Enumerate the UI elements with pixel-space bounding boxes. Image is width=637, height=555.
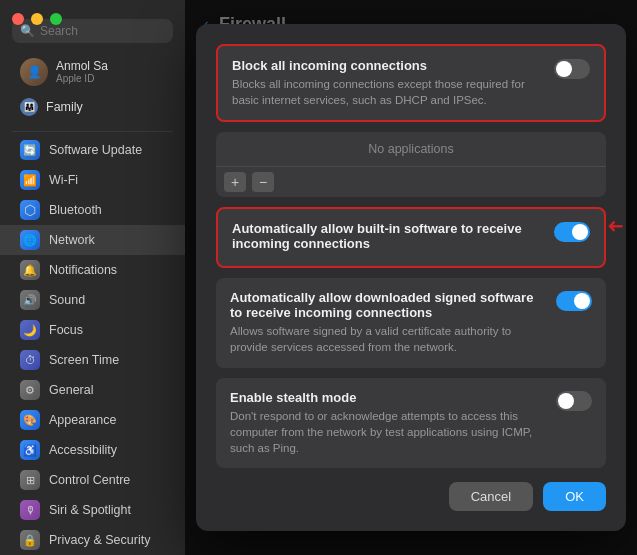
network-icon: 🌐 [20,230,40,250]
no-applications-label: No applications [216,132,606,167]
sidebar-label-software-update: Software Update [49,143,142,157]
sidebar-item-wifi[interactable]: 📶 Wi-Fi [0,165,185,195]
sidebar-item-privacy[interactable]: 🔒 Privacy & Security [0,525,185,555]
sidebar-label-sound: Sound [49,293,85,307]
add-app-button[interactable]: + [224,172,246,192]
sidebar-item-appearance[interactable]: 🎨 Appearance [0,405,185,435]
builtin-title: Automatically allow built-in software to… [232,221,544,251]
sidebar-label-privacy: Privacy & Security [49,533,150,547]
sidebar-item-accessibility[interactable]: ♿ Accessibility [0,435,185,465]
modal-overlay: Block all incoming connections Blocks al… [185,0,637,555]
sidebar-item-control-centre[interactable]: ⊞ Control Centre [0,465,185,495]
apps-toolbar: + − [216,167,606,197]
notifications-icon: 🔔 [20,260,40,280]
sidebar-item-general[interactable]: ⚙ General [0,375,185,405]
ok-button[interactable]: OK [543,482,606,511]
sidebar-label-notifications: Notifications [49,263,117,277]
arrow-annotation-2: ➜ [607,215,624,239]
sidebar-label-network: Network [49,233,95,247]
sidebar-label-appearance: Appearance [49,413,116,427]
sidebar-item-sound[interactable]: 🔊 Sound [0,285,185,315]
modal-footer: Cancel OK [216,482,606,511]
user-name: Anmol Sa [56,59,108,73]
signed-software-option: Automatically allow downloaded signed so… [216,278,606,367]
family-label: Family [46,100,83,114]
sound-icon: 🔊 [20,290,40,310]
sidebar-label-screen-time: Screen Time [49,353,119,367]
sidebar-label-wifi: Wi-Fi [49,173,78,187]
builtin-toggle[interactable] [554,222,590,242]
sidebar-item-screen-time[interactable]: ⏱ Screen Time [0,345,185,375]
bluetooth-icon: ⬡ [20,200,40,220]
general-icon: ⚙ [20,380,40,400]
sidebar-item-focus[interactable]: 🌙 Focus [0,315,185,345]
wifi-icon: 📶 [20,170,40,190]
family-icon: 👨‍👩‍👧 [20,98,38,116]
user-apple-id: Apple ID [56,73,108,84]
maximize-button[interactable] [50,13,62,25]
block-incoming-toggle[interactable] [554,59,590,79]
signed-toggle[interactable] [556,291,592,311]
stealth-desc: Don't respond to or acknowledge attempts… [230,408,546,456]
block-incoming-title: Block all incoming connections [232,58,544,73]
minimize-button[interactable] [31,13,43,25]
software-update-icon: 🔄 [20,140,40,160]
block-incoming-option: Block all incoming connections Blocks al… [216,44,606,122]
stealth-title: Enable stealth mode [230,390,546,405]
family-item[interactable]: 👨‍👩‍👧 Family [12,93,173,121]
screen-time-icon: ⏱ [20,350,40,370]
main-content: ‹ Firewall 🛡 Firewall The firewall is tu… [185,0,637,555]
close-button[interactable] [12,13,24,25]
window-controls [0,0,185,38]
sidebar-item-notifications[interactable]: 🔔 Notifications [0,255,185,285]
remove-app-button[interactable]: − [252,172,274,192]
appearance-icon: 🎨 [20,410,40,430]
sidebar-label-focus: Focus [49,323,83,337]
user-profile-item[interactable]: 👤 Anmol Sa Apple ID [12,53,173,91]
signed-desc: Allows software signed by a valid certif… [230,323,546,355]
siri-icon: 🎙 [20,500,40,520]
stealth-mode-option: Enable stealth mode Don't respond to or … [216,378,606,468]
applications-section: No applications + − [216,132,606,197]
signed-title: Automatically allow downloaded signed so… [230,290,546,320]
firewall-options-modal: Block all incoming connections Blocks al… [196,24,626,531]
avatar: 👤 [20,58,48,86]
sidebar: 🔍 👤 Anmol Sa Apple ID 👨‍👩‍👧 Family 🔄 Sof… [0,0,185,555]
builtin-option-wrapper: Automatically allow built-in software to… [216,207,606,268]
cancel-button[interactable]: Cancel [449,482,533,511]
sidebar-item-network[interactable]: 🌐 Network [0,225,185,255]
sidebar-item-bluetooth[interactable]: ⬡ Bluetooth [0,195,185,225]
control-centre-icon: ⊞ [20,470,40,490]
sidebar-label-control-centre: Control Centre [49,473,130,487]
stealth-toggle[interactable] [556,391,592,411]
sidebar-item-siri[interactable]: 🎙 Siri & Spotlight [0,495,185,525]
privacy-icon: 🔒 [20,530,40,550]
sidebar-label-bluetooth: Bluetooth [49,203,102,217]
user-section: 👤 Anmol Sa Apple ID 👨‍👩‍👧 Family [0,53,185,127]
sidebar-item-software-update[interactable]: 🔄 Software Update [0,135,185,165]
block-incoming-desc: Blocks all incoming connections except t… [232,76,544,108]
sidebar-label-accessibility: Accessibility [49,443,117,457]
sidebar-label-general: General [49,383,93,397]
sidebar-label-siri: Siri & Spotlight [49,503,131,517]
focus-icon: 🌙 [20,320,40,340]
accessibility-icon: ♿ [20,440,40,460]
builtin-software-option: Automatically allow built-in software to… [216,207,606,268]
